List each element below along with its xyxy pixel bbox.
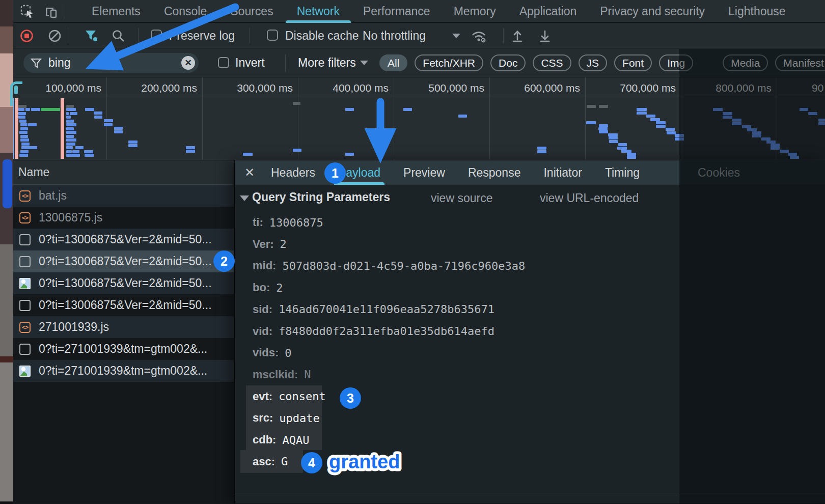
tab-response[interactable]: Response xyxy=(468,160,521,185)
tab-network[interactable]: Network xyxy=(296,0,341,23)
throttling-select[interactable]: No throttling xyxy=(363,29,426,43)
request-row[interactable]: 0?ti=13006875&Ver=2&mid=50... xyxy=(13,294,234,316)
chip-all[interactable]: All xyxy=(379,54,407,71)
param-key: cdb: xyxy=(253,433,276,446)
payload-bottom-divider xyxy=(235,493,825,493)
request-row[interactable]: 0?ti=13006875&Ver=2&mid=50... xyxy=(13,250,234,272)
param-key: bo: xyxy=(253,281,270,294)
chip-fetch-xhr[interactable]: Fetch/XHR xyxy=(415,54,483,71)
record-stop-icon[interactable] xyxy=(20,29,34,43)
param-row: msclkid:N xyxy=(253,363,311,385)
disable-cache-label: Disable cache xyxy=(285,29,359,43)
tab-payload[interactable]: Payload xyxy=(338,160,380,185)
import-har-icon[interactable] xyxy=(510,29,525,43)
invert-checkbox[interactable] xyxy=(218,57,229,68)
request-row[interactable]: <>bat.js xyxy=(13,185,234,207)
timeline-tick-label: 100,000 ms xyxy=(20,82,101,94)
tab-performance[interactable]: Performance xyxy=(362,0,431,23)
timeline-tick-label: 800,000 ms xyxy=(690,82,772,94)
timeline-divider xyxy=(489,77,490,160)
timeline-divider xyxy=(298,77,298,160)
param-value: AQAU xyxy=(282,434,309,446)
chip-manifest[interactable]: Manifest xyxy=(775,54,825,71)
inspect-element-icon[interactable] xyxy=(20,5,35,19)
generic-request-icon xyxy=(19,344,31,355)
request-row[interactable]: 0?ti=271001939&tm=gtm002&... xyxy=(13,338,234,360)
tab-preview[interactable]: Preview xyxy=(403,160,445,185)
image-file-icon xyxy=(19,278,31,289)
request-name: 0?ti=13006875&Ver=2&mid=50... xyxy=(39,233,212,246)
tab-initiator[interactable]: Initiator xyxy=(543,160,582,185)
tab-lighthouse[interactable]: Lighthouse xyxy=(727,0,787,23)
invert-label: Invert xyxy=(235,56,265,70)
param-value: 2 xyxy=(280,238,287,250)
param-row: mid:507d803d-d021-4c59-a0ba-7196c960e3a8 xyxy=(253,255,525,277)
param-key: msclkid: xyxy=(253,368,298,381)
chip-font[interactable]: Font xyxy=(614,54,652,71)
param-key: src: xyxy=(253,411,273,425)
tab-cookies[interactable]: Cookies xyxy=(698,166,740,180)
request-detail-panel: ✕ HeadersPayloadPreviewResponseInitiator… xyxy=(235,160,825,503)
disable-cache-checkbox[interactable] xyxy=(267,30,278,41)
timeline-overview[interactable]: 100,000 ms200,000 ms300,000 ms400,000 ms… xyxy=(13,77,825,160)
timeline-tick-label: 200,000 ms xyxy=(116,82,197,94)
chip-js[interactable]: JS xyxy=(579,54,608,71)
timeline-divider xyxy=(777,77,777,160)
timeline-divider xyxy=(106,77,107,160)
detail-tabs: HeadersPayloadPreviewResponseInitiatorTi… xyxy=(271,160,640,185)
more-filters-button[interactable]: More filters xyxy=(298,56,356,70)
chip-img[interactable]: Img xyxy=(659,54,693,71)
throttling-caret-icon[interactable] xyxy=(452,34,460,38)
network-conditions-icon[interactable] xyxy=(471,29,487,43)
param-row: asc:G xyxy=(253,451,288,472)
tab-timing[interactable]: Timing xyxy=(605,160,640,185)
name-column-header[interactable]: Name xyxy=(13,160,234,185)
resource-type-chips: AllFetch/XHRDocCSSJSFontImgMediaManifest… xyxy=(379,54,825,71)
section-collapse-caret-icon[interactable] xyxy=(240,195,249,201)
filter-query-text: bing xyxy=(48,56,181,70)
device-toolbar-icon[interactable] xyxy=(44,5,58,19)
network-toolbar: Preserve log Disable cache No throttling xyxy=(13,23,825,48)
timeline-tick-label: 400,000 ms xyxy=(307,82,389,94)
chip-doc[interactable]: Doc xyxy=(490,54,526,71)
overview-selection-handle[interactable] xyxy=(10,81,22,106)
param-value: 146ad670041e11f096eaa5278b635671 xyxy=(279,303,494,316)
tab-memory[interactable]: Memory xyxy=(453,0,497,23)
script-file-icon: <> xyxy=(19,322,31,333)
tab-sources[interactable]: Sources xyxy=(229,0,274,23)
close-icon[interactable]: ✕ xyxy=(244,165,255,180)
more-filters-caret-icon[interactable] xyxy=(360,61,368,65)
preserve-log-checkbox[interactable] xyxy=(151,30,162,41)
tab-application[interactable]: Application xyxy=(518,0,578,23)
view-url-encoded-link[interactable]: view URL-encoded xyxy=(540,191,639,205)
timeline-divider xyxy=(202,77,203,160)
filter-icon[interactable] xyxy=(85,30,99,43)
tab-console[interactable]: Console xyxy=(163,0,208,23)
timeline-tick-label: 700,000 ms xyxy=(594,82,676,94)
image-file-icon xyxy=(19,366,31,377)
main-tabs: ElementsConsoleSourcesNetworkPerformance… xyxy=(91,0,787,23)
request-row[interactable]: 0?ti=271001939&tm=gtm002&... xyxy=(13,360,234,382)
search-icon[interactable] xyxy=(112,29,125,43)
detail-tab-strip: ✕ HeadersPayloadPreviewResponseInitiator… xyxy=(235,160,680,185)
filterbar-separator xyxy=(285,54,286,72)
request-row[interactable]: 0?ti=13006875&Ver=2&mid=50... xyxy=(13,229,234,250)
filter-clear-icon[interactable]: ✕ xyxy=(181,56,195,70)
request-row[interactable]: <>13006875.js xyxy=(13,207,234,229)
timeline-tick-label-partial: 90 xyxy=(812,82,825,94)
clear-icon[interactable] xyxy=(48,29,62,43)
filter-input[interactable]: bing ✕ xyxy=(23,53,199,73)
export-har-icon[interactable] xyxy=(538,29,552,43)
tab-privacy-and-security[interactable]: Privacy and security xyxy=(599,0,706,23)
param-row: Ver:2 xyxy=(253,233,287,255)
chip-css[interactable]: CSS xyxy=(533,54,571,71)
toolbar-separator xyxy=(68,28,68,43)
param-row: src:update xyxy=(253,407,320,429)
request-row[interactable]: 0?ti=13006875&Ver=2&mid=50... xyxy=(13,272,234,294)
param-value: f8480dd0f2a311efba01e35db614aefd xyxy=(279,325,494,338)
request-row[interactable]: <>271001939.js xyxy=(13,316,234,338)
chip-media[interactable]: Media xyxy=(723,54,768,71)
tab-elements[interactable]: Elements xyxy=(91,0,142,23)
tab-headers[interactable]: Headers xyxy=(271,160,315,185)
view-source-link[interactable]: view source xyxy=(431,191,492,205)
